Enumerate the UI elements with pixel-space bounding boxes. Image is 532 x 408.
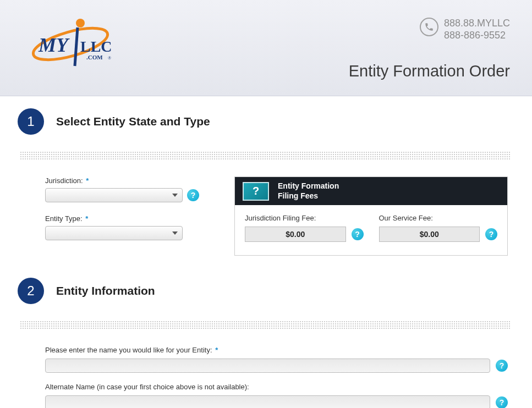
required-marker: * (85, 214, 88, 223)
logo: MY LLC .COM ® (25, 15, 113, 70)
svg-text:®: ® (108, 56, 111, 60)
divider (20, 151, 510, 160)
entity-type-field: Entity Type: * (45, 214, 221, 240)
entity-name-label: Please enter the name you would like for… (45, 346, 508, 354)
entity-selection-column: Jurisdiction: * ? Entity Type: * (45, 177, 221, 252)
step-badge-1: 1 (18, 108, 44, 135)
phone-text: 888.88.MYLLC 888-886-9552 (444, 18, 510, 41)
required-marker: * (86, 177, 89, 185)
question-icon: ? (243, 182, 269, 201)
svg-point-1 (76, 19, 85, 27)
fees-panel-header: ? Entity Formation Filing Fees (235, 177, 507, 205)
service-fee-label: Our Service Fee: (379, 214, 498, 222)
help-icon[interactable]: ? (496, 396, 508, 408)
fees-panel-title: Entity Formation Filing Fees (278, 181, 339, 201)
entity-type-label-text: Entity Type: (45, 214, 83, 223)
jurisdiction-fee-value: $0.00 (245, 227, 346, 242)
fees-panel: ? Entity Formation Filing Fees Jurisdict… (234, 177, 508, 256)
alternate-name-field: Alternate Name (in case your first choic… (45, 383, 508, 408)
page-title: Entity Formation Order (349, 62, 510, 80)
svg-text:.COM: .COM (86, 54, 103, 60)
jurisdiction-label: Jurisdiction: * (45, 177, 221, 185)
service-fee-item: Our Service Fee: $0.00 ? (379, 214, 498, 242)
chevron-down-icon (172, 231, 178, 235)
fees-title-line2: Filing Fees (278, 191, 339, 201)
section-2-body: Please enter the name you would like for… (18, 346, 510, 408)
section-2-title: Entity Information (56, 284, 155, 297)
service-fee-value: $0.00 (379, 227, 480, 242)
entity-type-select[interactable] (45, 226, 183, 240)
entity-name-input[interactable] (45, 359, 490, 373)
svg-text:MY: MY (38, 34, 70, 56)
jurisdiction-fee-item: Jurisdiction Filing Fee: $0.00 ? (245, 214, 364, 242)
section-1-header: 1 Select Entity State and Type (18, 108, 510, 135)
phone-vanity: 888.88.MYLLC (444, 18, 510, 30)
jurisdiction-field: Jurisdiction: * ? (45, 177, 221, 202)
alternate-name-label: Alternate Name (in case your first choic… (45, 383, 508, 391)
page-header: MY LLC .COM ® 888.88.MYLLC 888-886-9552 … (0, 0, 532, 96)
svg-text:LLC: LLC (80, 38, 112, 55)
jurisdiction-label-text: Jurisdiction: (45, 177, 83, 185)
step-badge-2: 2 (18, 278, 44, 304)
alternate-name-input[interactable] (45, 395, 490, 408)
required-marker: * (215, 346, 218, 354)
phone-icon (420, 18, 438, 36)
fees-panel-body: Jurisdiction Filing Fee: $0.00 ? Our Ser… (235, 205, 507, 255)
chevron-down-icon (172, 194, 178, 197)
entity-type-label: Entity Type: * (45, 214, 221, 223)
help-icon[interactable]: ? (485, 228, 497, 240)
section-1-body: Jurisdiction: * ? Entity Type: * (18, 177, 510, 256)
section-2-header: 2 Entity Information (18, 278, 510, 304)
help-icon[interactable]: ? (496, 360, 508, 372)
divider (20, 321, 510, 329)
main-content: 1 Select Entity State and Type Jurisdict… (0, 96, 532, 408)
entity-name-label-text: Please enter the name you would like for… (45, 346, 212, 354)
phone-block: 888.88.MYLLC 888-886-9552 (420, 18, 510, 41)
section-1-title: Select Entity State and Type (56, 115, 210, 128)
help-icon[interactable]: ? (187, 189, 199, 201)
phone-number: 888-886-9552 (444, 30, 510, 42)
jurisdiction-fee-label: Jurisdiction Filing Fee: (245, 214, 364, 222)
entity-name-field: Please enter the name you would like for… (45, 346, 508, 373)
help-icon[interactable]: ? (352, 228, 364, 240)
fees-title-line1: Entity Formation (278, 181, 339, 191)
jurisdiction-select[interactable] (45, 188, 183, 202)
